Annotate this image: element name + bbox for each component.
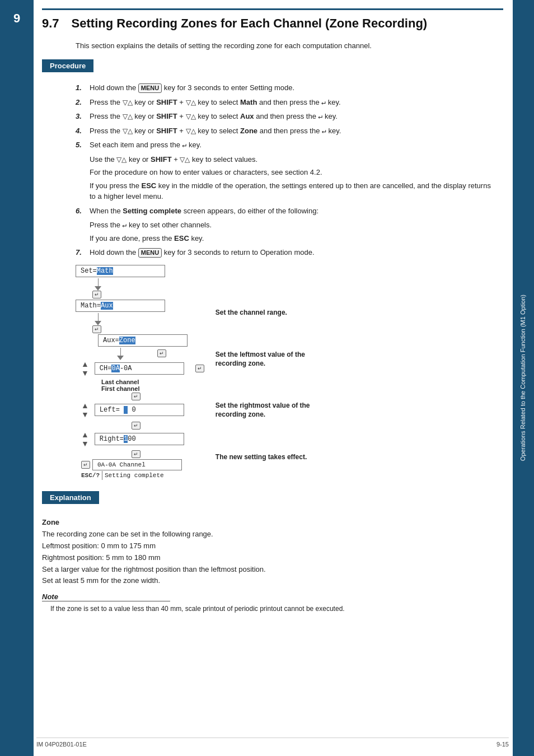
left-zone-label: Set the leftmost value of the recording … [216,351,327,368]
step-3-num: 3. [76,111,90,122]
step-7-content: Hold down the MENU key for 3 seconds to … [90,247,498,258]
main-content: 9.7 Setting Recording Zones for Each Cha… [36,0,509,622]
ch-highlight: 0A [111,365,119,372]
step-5-num: 5. [76,139,90,151]
step-6-sub1: Press the ↵ key to set other channels. [90,220,498,231]
esc-label: ESC/? [81,472,100,479]
ch-range-label: Set the channel range. [216,309,327,318]
math-aux-row: Math=Aux [76,300,204,312]
enter-btn-3a: ↵ [157,349,166,357]
effect-label: The new setting takes effect. [216,453,327,462]
right-row: ▲ ▼ Right=100 [81,431,204,447]
vert-line-3 [120,348,121,356]
step-5: 5. Set each item and press the ↵ key. [76,139,498,151]
down-tri-3 [117,356,124,360]
left-accent-bar: 9 [0,0,34,756]
step-4-num: 4. [76,125,90,137]
step-4-content: Press the ▽△ key or SHIFT + ▽△ key to se… [90,125,498,137]
note-text: If the zone is set to a value less than … [50,604,503,614]
zone-heading: Zone [42,518,503,526]
section-number: 9.7 [42,16,59,31]
step-2-content: Press the ▽△ key or SHIFT + ▽△ key to se… [90,97,498,108]
enter-btn-5: ↵ [132,422,140,430]
explanation-label: Explanation [42,491,99,504]
explanation-section: Zone The recording zone can be set in th… [42,518,503,614]
last-channel-label: Last channel [101,379,204,385]
step-2: 2. Press the ▽△ key or SHIFT + ▽△ key to… [76,97,498,108]
ch-row: ▲ ▼ CH=0A-0A ↵ [81,360,204,377]
complete-section: ↵ 0A-0A Channel ESC/? Setting complete [81,459,204,480]
first-channel-label: First channel [101,385,204,392]
step-7-num: 7. [76,247,90,258]
zone-text-3: Rightmost position: 5 mm to 180 mm [42,552,503,564]
section-title: Setting Recording Zones for Each Channel… [72,16,428,32]
complete-line1-box: 0A-0A Channel [92,459,182,470]
diagram-full: Set=Math ↵ Math=Aux [76,264,503,480]
sidebar-label: Operations Related to the Computation Fu… [519,295,527,461]
footer-right: 9-15 [496,741,509,748]
zone-text-5: Set at least 5 mm for the zone width. [42,575,503,587]
vert-line-2 [98,313,99,321]
diagram-left: Set=Math ↵ Math=Aux [76,264,204,480]
math-highlight: Math [97,267,113,275]
note-section: Note If the zone is set to a value less … [42,592,503,614]
enter-btn-ch: ↵ [195,365,204,372]
right-highlight: 1 [124,435,128,443]
step-6: 6. When the Setting complete screen appe… [76,206,498,217]
step-1-num: 1. [76,82,90,94]
right-sidebar: Operations Related to the Computation Fu… [513,0,534,756]
set-math-box: Set=Math [76,265,165,277]
step-3: 3. Press the ▽△ key or SHIFT + ▽△ key to… [76,111,498,122]
esc-enter-btn: ↵ [81,461,90,469]
page-header: 9.7 Setting Recording Zones for Each Cha… [42,8,503,32]
step-6-content: When the Setting complete screen appears… [90,206,498,217]
zone-text-1: The recording zone can be set in the fol… [42,529,503,540]
note-title: Note [42,592,170,601]
zone-text-2: Leftmost position: 0 mm to 175 mm [42,540,503,552]
enter-btn-1: ↵ [92,291,101,298]
step-6-num: 6. [76,206,90,217]
right-zone-label: Set the rightmost value of the recording… [216,402,327,419]
step-5-content: Set each item and press the ↵ key. [90,139,498,151]
enter-btn-6: ↵ [132,450,140,458]
left-box: Left= 0 [95,404,184,416]
zone-highlight: Zone [119,337,135,344]
right-box: Right=100 [95,433,184,445]
step-4: 4. Press the ▽△ key or SHIFT + ▽△ key to… [76,125,498,137]
aux-zone-box: Aux=Zone [98,334,188,347]
step-1: 1. Hold down the MENU key for 3 seconds … [76,82,498,94]
step-5-sub2: For the procedure on how to enter values… [90,167,498,178]
aux-zone-row: Aux=Zone [98,334,204,347]
menu-key: MENU [138,83,162,93]
footer-left: IM 04P02B01-01E [36,741,87,748]
step-1-content: Hold down the MENU key for 3 seconds to … [90,82,498,94]
diagram-area: Set=Math ↵ Math=Aux [76,264,503,480]
aux-highlight: Aux [101,302,113,310]
diagram-right: Set the channel range. Set the leftmost … [216,264,503,480]
step-5-sub1: Use the ▽△ key or SHIFT + ▽△ key to sele… [90,154,498,165]
left-highlight [124,406,128,414]
step-6-sub2: If you are done, press the ESC key. [90,233,498,244]
step-3-content: Press the ▽△ key or SHIFT + ▽△ key to se… [90,111,498,122]
step-7: 7. Hold down the MENU key for 3 seconds … [76,247,498,258]
down-tri-1 [95,286,101,291]
step-2-num: 2. [76,97,90,108]
steps-container: 1. Hold down the MENU key for 3 seconds … [76,82,498,258]
page-footer: IM 04P02B01-01E 9-15 [36,738,509,748]
channel-labels: Last channel First channel [91,379,204,392]
down-tri-2 [95,321,101,325]
chapter-number: 9 [0,0,34,29]
complete-line2: Setting complete [105,472,164,479]
enter-btn-4: ↵ [132,393,140,400]
enter-btn-2: ↵ [92,325,101,333]
zone-text-4: Set a larger value for the rightmost pos… [42,564,503,576]
procedure-label: Procedure [42,59,93,72]
left-row: ▲ ▼ Left= 0 [81,402,204,418]
step-5-sub3: If you press the ESC key in the middle o… [90,180,498,202]
ch-box: CH=0A-0A [95,362,184,375]
intro-text: This section explains the details of set… [76,40,470,52]
set-math-row: Set=Math [76,265,204,277]
vert-line-1 [98,278,99,286]
math-aux-box: Math=Aux [76,300,165,312]
menu-key-2: MENU [138,248,162,258]
